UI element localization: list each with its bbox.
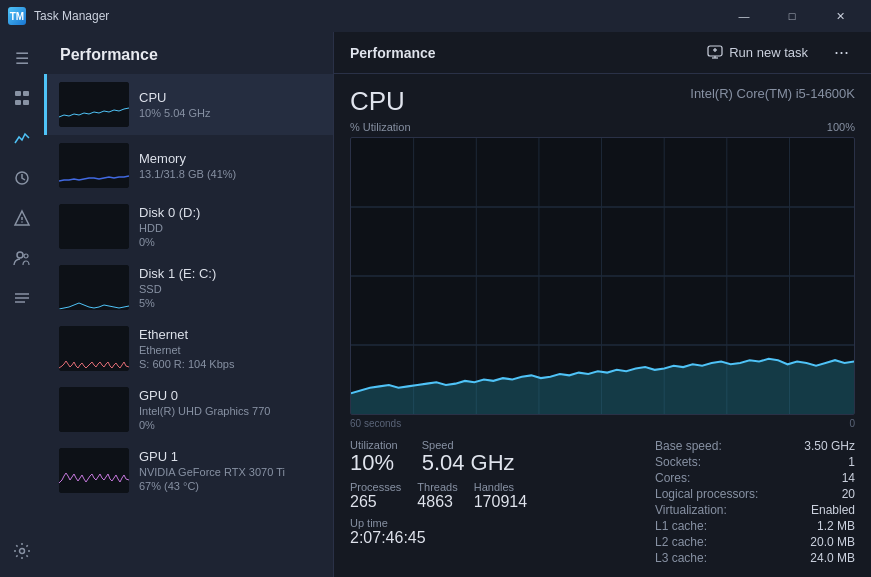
gpu0-info: GPU 0 Intel(R) UHD Graphics 770 0% [139,388,321,431]
device-item-ethernet[interactable]: Ethernet Ethernet S: 600 R: 104 Kbps [44,318,333,379]
chart-time-right: 0 [849,418,855,429]
left-panel: Performance CPU 10% 5.04 GHz [44,32,334,577]
cpu-chart [351,138,854,414]
disk1-sub1: SSD [139,283,321,295]
cores-value: 14 [842,471,855,485]
svg-point-13 [20,549,25,554]
handles-value: 170914 [474,493,527,511]
sockets-value: 1 [848,455,855,469]
uptime-row: Up time 2:07:46:45 [350,517,639,547]
svg-point-8 [17,252,23,258]
window-controls: — □ ✕ [721,0,863,32]
ethernet-sub2: S: 600 R: 104 Kbps [139,358,321,370]
gpu1-thumb [59,448,129,493]
cpu-chart-container [350,137,855,415]
device-item-gpu0[interactable]: GPU 0 Intel(R) UHD Graphics 770 0% [44,379,333,440]
base-speed-value: 3.50 GHz [804,439,855,453]
gpu0-name: GPU 0 [139,388,321,403]
cpu-thumb [59,82,129,127]
gpu1-name: GPU 1 [139,449,321,464]
disk0-sub2: 0% [139,236,321,248]
l1-cache-label: L1 cache: [655,519,707,533]
app-body: ☰ Performance [0,32,871,577]
cpu-header: CPU Intel(R) Core(TM) i5-14600K [350,86,855,117]
cpu-name: CPU [139,90,321,105]
sidebar-item-history[interactable] [4,160,40,196]
utilization-block: Utilization 10% [350,439,398,475]
icon-sidebar: ☰ [0,32,44,577]
close-button[interactable]: ✕ [817,0,863,32]
cpu-title: CPU [350,86,405,117]
disk1-info: Disk 1 (E: C:) SSD 5% [139,266,321,309]
handles-block: Handles 170914 [474,481,527,511]
memory-thumb [59,143,129,188]
chart-time-left: 60 seconds [350,418,401,429]
svg-point-7 [21,221,23,223]
device-item-disk1[interactable]: Disk 1 (E: C:) SSD 5% [44,257,333,318]
svg-rect-15 [59,143,129,188]
svg-marker-36 [351,359,854,414]
right-panel: Performance Run new task ··· [334,32,871,577]
util-max-label: 100% [827,121,855,133]
maximize-button[interactable]: □ [769,0,815,32]
sidebar-item-details[interactable] [4,280,40,316]
ethernet-thumb [59,326,129,371]
disk1-name: Disk 1 (E: C:) [139,266,321,281]
l3-cache-label: L3 cache: [655,551,707,565]
util-label-text: % Utilization [350,121,411,133]
sidebar-item-menu[interactable]: ☰ [4,40,40,76]
uptime-value: 2:07:46:45 [350,529,639,547]
cpu-sub: 10% 5.04 GHz [139,107,321,119]
handles-label: Handles [474,481,527,493]
device-item-memory[interactable]: Memory 13.1/31.8 GB (41%) [44,135,333,196]
svg-rect-16 [59,204,129,249]
sidebar-item-performance[interactable] [4,120,40,156]
threads-block: Threads 4863 [417,481,457,511]
gpu0-sub1: Intel(R) UHD Graphics 770 [139,405,321,417]
device-item-gpu1[interactable]: GPU 1 NVIDIA GeForce RTX 3070 Ti 67% (43… [44,440,333,501]
ethernet-info: Ethernet Ethernet S: 600 R: 104 Kbps [139,327,321,370]
utilization-value: 10% [350,451,398,475]
svg-rect-14 [59,82,129,127]
gpu0-thumb [59,387,129,432]
speed-value: 5.04 GHz [422,451,515,475]
memory-name: Memory [139,151,321,166]
threads-label: Threads [417,481,457,493]
disk0-sub1: HDD [139,222,321,234]
sidebar-item-settings[interactable] [4,533,40,569]
device-list: CPU 10% 5.04 GHz Memory 13.1/31.8 GB (41… [44,74,333,577]
info-l2-cache: L2 cache: 20.0 MB [655,535,855,549]
gpu0-sub2: 0% [139,419,321,431]
more-options-button[interactable]: ··· [828,40,855,65]
uptime-label: Up time [350,517,639,529]
sockets-label: Sockets: [655,455,701,469]
sidebar-item-processes[interactable] [4,80,40,116]
run-new-task-button[interactable]: Run new task [699,41,816,65]
run-task-label: Run new task [729,45,808,60]
device-item-cpu[interactable]: CPU 10% 5.04 GHz [44,74,333,135]
gpu1-info: GPU 1 NVIDIA GeForce RTX 3070 Ti 67% (43… [139,449,321,492]
minimize-button[interactable]: — [721,0,767,32]
speed-block: Speed 5.04 GHz [422,439,515,475]
virtualization-label: Virtualization: [655,503,727,517]
sidebar-item-users[interactable] [4,240,40,276]
processes-label: Processes [350,481,401,493]
l2-cache-value: 20.0 MB [810,535,855,549]
info-base-speed: Base speed: 3.50 GHz [655,439,855,453]
disk0-thumb [59,204,129,249]
right-panel-title: Performance [350,45,436,61]
stats-area: Utilization 10% Speed 5.04 GHz Processes… [350,439,855,565]
disk1-sub2: 5% [139,297,321,309]
stats-right: Base speed: 3.50 GHz Sockets: 1 Cores: 1… [655,439,855,565]
info-l3-cache: L3 cache: 24.0 MB [655,551,855,565]
ethernet-sub1: Ethernet [139,344,321,356]
gpu1-sub1: NVIDIA GeForce RTX 3070 Ti [139,466,321,478]
processes-block: Processes 265 [350,481,401,511]
sidebar-item-startup[interactable] [4,200,40,236]
logical-processors-label: Logical processors: [655,487,758,501]
header-actions: Run new task ··· [699,40,855,65]
run-task-icon [707,45,723,61]
device-item-disk0[interactable]: Disk 0 (D:) HDD 0% [44,196,333,257]
svg-point-9 [24,254,28,258]
chart-time-labels: 60 seconds 0 [350,418,855,429]
